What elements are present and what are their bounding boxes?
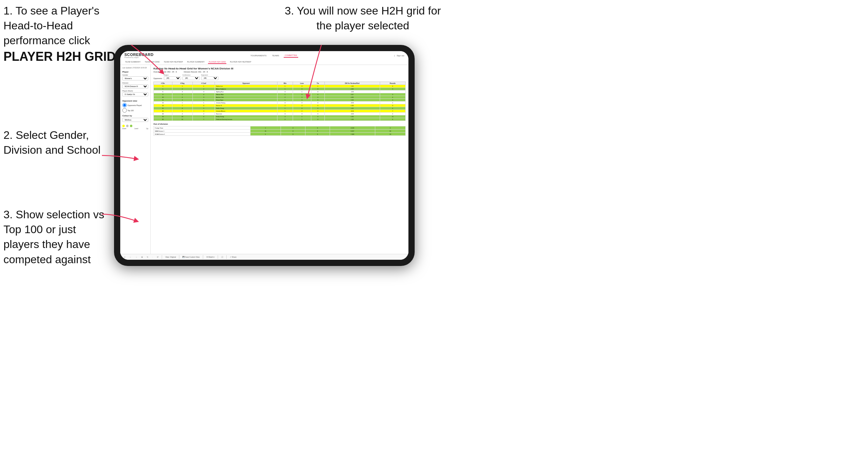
left-panel: Last Updated: 27/03/2024 16:55:38 Player… bbox=[120, 65, 151, 254]
timestamp: Last Updated: 27/03/2024 16:55:38 bbox=[122, 67, 148, 69]
dot-down bbox=[122, 125, 125, 127]
sub-nav-team-summary[interactable]: TEAM SUMMARY bbox=[124, 60, 141, 64]
sub-nav-team-h2h-grid[interactable]: TEAM H2H GRID bbox=[144, 60, 160, 64]
h2h-table: # Div # Reg # Conf Opponent Win Loss Tie… bbox=[153, 82, 406, 121]
instruction-step3-bottom: 3. Show selection vs Top 100 or just pla… bbox=[3, 207, 111, 267]
sign-out-link[interactable]: Sign out bbox=[397, 55, 404, 57]
out-of-division-table: Foreign Team 1 0 0 4.500 2 NAIA Division… bbox=[153, 126, 406, 136]
tablet-screen: SCOREBOARD Powered by clippd TOURNAMENTS… bbox=[120, 51, 408, 260]
nav-teams[interactable]: TEAMS bbox=[271, 54, 280, 57]
toolbar-grid[interactable]: ⊞ bbox=[140, 256, 144, 258]
list-item: Foreign Team 1 0 0 4.500 2 bbox=[154, 126, 406, 130]
nav-right: | Sign out bbox=[394, 55, 404, 57]
toolbar-refresh[interactable]: ↻ bbox=[146, 256, 149, 258]
table-row: 3 1 1 Esther Lee 1 0 1 1.50 4 bbox=[154, 85, 406, 88]
toolbar-dot[interactable]: · bbox=[151, 256, 154, 258]
dot-level bbox=[126, 125, 129, 127]
filter-row: Opponents: Region (All) Conference (All) bbox=[153, 74, 406, 80]
list-item: NAIA Division 1 15 0 0 9.267 30 bbox=[154, 130, 406, 133]
instruction-step3-top: 3. You will now see H2H grid for the pla… bbox=[276, 3, 449, 33]
table-row: 11 2 5 Heejo Hyun 1 0 0 3.33 3 bbox=[154, 99, 406, 102]
col-div: # Div bbox=[154, 82, 172, 85]
dot-up bbox=[130, 125, 132, 127]
region-filter[interactable]: (All) bbox=[164, 76, 181, 80]
table-row: 13 1 1 Jessica Huang 0 0 0 -3.00 2 bbox=[154, 102, 406, 104]
grid-records: Overall Record: 353 - 34 - 6 Division Re… bbox=[153, 71, 406, 73]
sub-nav-player-summary[interactable]: PLAYER SUMMARY bbox=[186, 60, 205, 64]
colour-legend-labels: Down Level Up bbox=[122, 128, 148, 130]
toolbar-save-custom[interactable]: 💾 Save Custom View bbox=[181, 256, 201, 258]
table-row: 6 3 3 Sydney Kuo 0 1 0 -1.00 bbox=[154, 90, 406, 93]
toolbar-forward[interactable]: → bbox=[134, 256, 138, 258]
toolbar-time[interactable]: ⏱ bbox=[156, 256, 160, 258]
nav-separator: | bbox=[394, 55, 395, 57]
table-row: 19 10 6 Emily Chang 4 1 0 0.30 11 bbox=[154, 115, 406, 118]
toolbar-divider-1 bbox=[162, 255, 162, 259]
gender-label: Gender bbox=[122, 74, 148, 76]
scoreboard-logo: SCOREBOARD Powered by clippd bbox=[124, 53, 153, 58]
division-label: Division bbox=[122, 82, 148, 84]
opponent-filter[interactable]: (All) bbox=[201, 76, 218, 80]
right-panel: Katelyn Vo Head-to-Head Grid for Women's… bbox=[151, 65, 408, 254]
instruction-step2: 2. Select Gender, Division and School bbox=[3, 128, 104, 158]
toolbar-watch[interactable]: 👁 Watch ▾ bbox=[205, 256, 216, 258]
toolbar-divider-2 bbox=[179, 255, 179, 259]
list-item: NCAA Division 2 5 0 0 7.400 10 bbox=[154, 133, 406, 136]
player-rank-select[interactable]: 8. Katelyn Vo bbox=[122, 92, 148, 96]
toolbar-view-original[interactable]: View: Original bbox=[164, 256, 177, 258]
conference-filter[interactable]: (All) bbox=[182, 76, 200, 80]
col-conf: # Conf bbox=[192, 82, 215, 85]
sub-nav-player-h2h-heatmap[interactable]: PLAYER H2H HEATMAP bbox=[229, 60, 252, 64]
player-section-title: Player bbox=[122, 71, 148, 73]
instruction-step1: 1. To see a Player's Head-to-Head perfor… bbox=[3, 3, 121, 65]
out-of-division-title: Out of division bbox=[153, 123, 406, 125]
col-loss: Loss bbox=[293, 82, 311, 85]
toolbar-divider-4 bbox=[218, 255, 218, 259]
radio-top-100[interactable]: Top 100 bbox=[122, 108, 148, 113]
toolbar-share[interactable]: ↗ Share bbox=[229, 256, 237, 258]
nav-tournaments[interactable]: TOURNAMENTS bbox=[249, 54, 267, 57]
nav-links: TOURNAMENTS TEAMS COMMITTEE bbox=[249, 54, 298, 58]
sub-nav-team-h2h-heatmap[interactable]: TEAM H2H HEATMAP bbox=[163, 60, 184, 64]
table-row: 14 7 4 Eunice Yi 2 2 0 0.38 9 bbox=[154, 104, 406, 107]
table-row: 18 2 2 Euna Lee 0 0 0 -5.00 2 bbox=[154, 113, 406, 115]
radio-opponents-played[interactable]: Opponents Played bbox=[122, 103, 148, 107]
sub-nav-player-h2h-grid[interactable]: PLAYER H2H GRID bbox=[208, 60, 226, 64]
col-reg: # Reg bbox=[172, 82, 192, 85]
table-row: 20 11 7 Federica Domecq Lacroze 2 1 0 1.… bbox=[154, 118, 406, 121]
player-rank-label: Player (Rank) bbox=[122, 90, 148, 92]
gender-select[interactable]: Women's bbox=[122, 76, 148, 80]
col-opponent: Opponent bbox=[215, 82, 277, 85]
colour-by-select[interactable]: Win/loss bbox=[122, 118, 148, 122]
top-nav: SCOREBOARD Powered by clippd TOURNAMENTS… bbox=[120, 51, 408, 65]
col-win: Win bbox=[277, 82, 293, 85]
toolbar-back[interactable]: ← bbox=[129, 256, 132, 258]
nav-committee[interactable]: COMMITTEE bbox=[284, 54, 298, 58]
sub-nav: TEAM SUMMARY TEAM H2H GRID TEAM H2H HEAT… bbox=[124, 59, 404, 65]
table-row: 10 6 3 Andrea York 2 0 0 4.00 4 bbox=[154, 96, 406, 99]
colour-legend bbox=[122, 125, 148, 127]
toolbar-divider-3 bbox=[203, 255, 203, 259]
colour-by-title: Colour by bbox=[122, 115, 148, 117]
table-row: 16 1 3 Jessica Mason 1 2 0 -0.94 7 bbox=[154, 110, 406, 113]
col-diff: Diff Av Strokes/Rnd bbox=[324, 82, 380, 85]
main-content: Last Updated: 27/03/2024 16:55:38 Player… bbox=[120, 65, 408, 254]
toolbar-divider-5 bbox=[226, 255, 227, 259]
table-row: 15 8 5 Stella Cheng 1 0 0 1.25 4 bbox=[154, 107, 406, 110]
col-rounds: Rounds bbox=[380, 82, 405, 85]
toolbar-layout[interactable]: ⬜ bbox=[220, 256, 224, 258]
division-select[interactable]: NCAA Division III bbox=[122, 84, 148, 88]
bottom-toolbar: ↩ ← → ⊞ ↻ · ⏱ View: Original 💾 Save Cust… bbox=[120, 254, 408, 260]
table-row: 9 1 4 Sharon Mun 1 0 0 3.67 3 bbox=[154, 93, 406, 96]
grid-title: Katelyn Vo Head-to-Head Grid for Women's… bbox=[153, 67, 406, 70]
tablet-frame: SCOREBOARD Powered by clippd TOURNAMENTS… bbox=[114, 45, 415, 266]
col-tie: Tie bbox=[311, 82, 324, 85]
opponent-view-title: Opponent view bbox=[122, 100, 148, 102]
table-row: 5 2 2 Alexis Sudjianto 1 0 0 4.00 3 bbox=[154, 88, 406, 90]
toolbar-undo[interactable]: ↩ bbox=[123, 256, 126, 258]
